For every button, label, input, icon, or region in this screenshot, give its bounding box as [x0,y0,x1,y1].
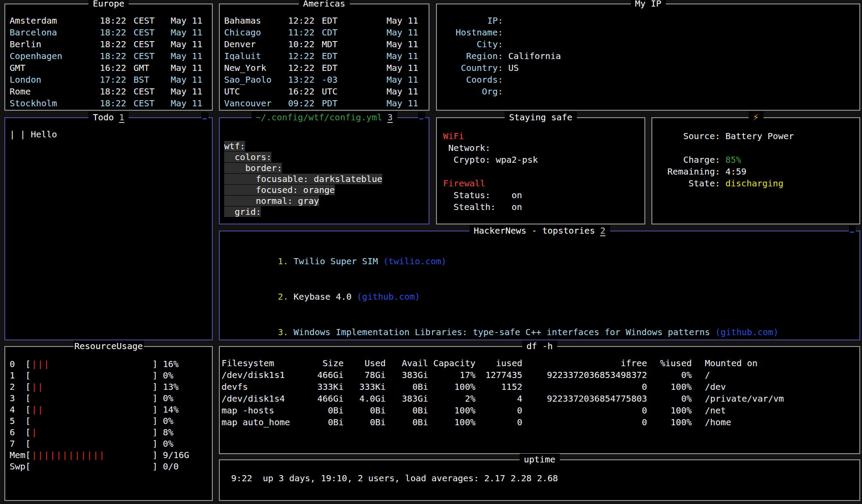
ip-field-value [508,38,859,50]
disk-usage-row: devfs 333Ki 333Ki 0Bi 100% 1152 0 100% /… [220,381,859,393]
meter-bars: | [32,427,152,438]
city-time: 12:22 [288,50,322,62]
panel-battery: ⚡ Source: Battery Power Charge: 85% [651,117,860,224]
clock-row: Rome 18:22 CEST May 11 [5,86,212,98]
city-time: 10:22 [288,38,322,50]
city-date: May 11 [387,74,429,86]
ip-info-row: Hostname: [437,27,859,38]
clock-row: Barcelona 18:22 CEST May 11 [5,27,212,38]
config-code-line: wtf: [220,141,429,152]
security-info-line: WiFi [437,130,644,142]
todo-item[interactable]: | | Hello [5,129,212,140]
city-name: GMT [10,62,100,74]
ip-field-label: City: [437,38,503,50]
clock-row: Copenhagen 18:22 CEST May 11 [5,50,212,62]
meter-label: Mem [10,449,25,461]
panel-config-file[interactable]: ~/.config/wtf/config.yml3 … wtf: colors:… [219,117,429,224]
story-domain-link[interactable]: (twilio.com) [383,256,447,266]
battery-field-label: Charge: [652,154,720,166]
meter-close-bracket: ] [152,438,158,449]
city-time: 12:22 [288,15,322,27]
meter-value: 9/16G [158,449,212,461]
battery-info-row: Remaining: 4:59 [652,166,859,178]
city-time: 17:22 [100,74,134,86]
meter-open-bracket: [ [25,358,32,370]
panel-title-df: df -h [522,340,557,352]
city-name: Stockholm [10,98,100,109]
resource-meter-row: 3 [ ] 0% [5,392,212,404]
config-code-line: focused: orange [220,185,429,196]
resource-meter-row: 2 [ || ] 13% [5,381,212,392]
city-time: 16:22 [288,86,322,98]
city-name: Berlin [10,38,100,50]
panel-uptime: uptime 9:22 up 3 days, 19:10, 2 users, l… [219,459,860,501]
meter-open-bracket: [ [25,381,32,392]
city-timezone: MDT [322,38,387,50]
panel-todo[interactable]: Todo1 … | | Hello [4,117,213,340]
df-filesystem: /dev/disk1s1 [222,369,296,381]
meter-close-bracket: ] [152,427,158,438]
story-rank: 3. [278,327,288,337]
story-domain-link[interactable]: (github.com) [715,327,779,337]
df-ifree: 0 [522,405,647,416]
df-percent-iused: %iused [647,357,692,369]
story-rank: 1. [278,256,288,266]
df-filesystem: /dev/disk1s4 [222,393,296,405]
df-used: 0Bi [344,405,386,416]
clock-row: Sao_Paolo 13:22 -03 May 11 [220,74,429,86]
hackernews-story[interactable]: 1. Twilio Super SIM (twilio.com) [220,244,859,279]
battery-info-row: State: discharging [652,178,859,189]
city-timezone: EDT [322,15,387,27]
resource-meter-row: 0 [ ||| ] 16% [5,358,212,370]
panel-title-staying-safe: Staying safe [505,112,577,123]
battery-field-value [725,142,859,154]
security-info-line [437,166,644,178]
panel-disk-usage: df -h Filesystem Size Used Avail Capacit… [219,346,860,454]
ip-field-label: Region: [437,50,503,62]
config-code-lines: wtf: colors: border: focusable: darkslat… [220,118,429,217]
meter-label: 4 [10,404,25,415]
ip-field-value [508,27,859,38]
city-time: 11:22 [288,27,322,38]
meter-value: 13% [158,381,212,392]
ip-field-value: US [508,62,859,74]
df-size: 466Gi [296,369,344,381]
df-used: Used [344,357,386,369]
meter-bars [32,415,152,427]
ip-info-row: Region: California [437,50,859,62]
hackernews-story[interactable]: 2. Keybase 4.0 (github.com) [220,279,859,315]
city-time: 18:22 [100,27,134,38]
meter-value: 0% [158,392,212,404]
city-date: May 11 [171,62,212,74]
city-name: Sao_Paolo [224,74,288,86]
city-date: May 11 [387,62,429,74]
story-domain-link[interactable]: (github.com) [357,291,420,302]
city-time: 18:22 [100,38,134,50]
df-size: 0Bi [296,405,344,416]
df-ifree: ifree [522,357,647,369]
security-info-line: Stealth: on [437,201,644,213]
city-time: 12:22 [288,62,322,74]
city-date: May 11 [171,38,212,50]
df-used: 4.0Gi [344,393,386,405]
disk-usage-row: map -hosts 0Bi 0Bi 0Bi 100% 0 0 100% /ne… [220,405,859,416]
meter-close-bracket: ] [152,404,158,415]
df-filesystem: map -hosts [222,405,296,416]
meter-label: 7 [10,438,25,449]
battery-field-label: State: [652,178,720,189]
ip-field-value [508,86,859,98]
meter-value: 14% [158,404,212,415]
panel-hackernews[interactable]: HackerNews - topstories2 … 1. Twilio Sup… [219,231,860,340]
df-ifree: 9223372036853498372 [522,369,647,381]
panel-title-hackernews: HackerNews - topstories2 [469,225,610,236]
meter-open-bracket: [ [25,427,32,438]
df-capacity: 2% [428,393,475,405]
config-code-line: grid: [220,206,429,217]
europe-clock-list: Amsterdam 18:22 CEST May 11 Barcelona 18… [5,4,212,109]
df-iused: 4 [475,393,522,405]
city-date: May 11 [171,74,212,86]
clock-row: Chicago 11:22 CDT May 11 [220,27,429,38]
panel-title-americas: Americas [299,0,349,9]
city-timezone: CEST [134,15,171,27]
city-timezone: CDT [322,27,387,38]
